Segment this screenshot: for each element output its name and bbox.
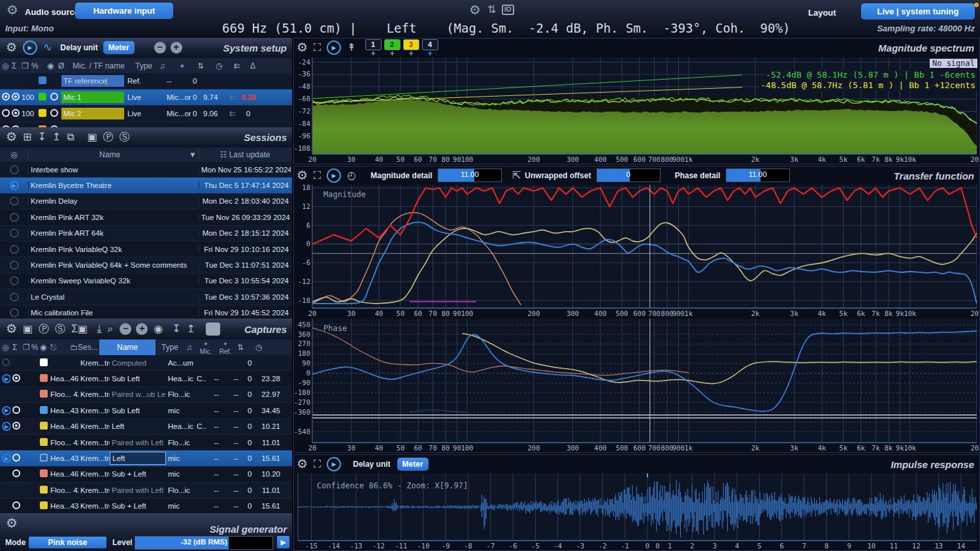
level-slider[interactable]: -32 (dB RMS) [135,536,273,550]
generator-wave-icon[interactable]: ∿ [43,42,52,54]
capture-row[interactable]: Floo... 426Krem...trePaired with LeftFlo… [0,435,292,450]
tf-phase-chart[interactable]: 2030405060708090100200300400500600700800… [294,318,979,452]
session-eye-cell[interactable]: ▶ [0,181,28,190]
capture-color-swatch[interactable] [40,486,48,494]
capture-add-button[interactable]: + [136,323,148,335]
spectrum-trace-add-1[interactable]: + [365,50,382,57]
pink-noise-mode-button[interactable]: Pink noise [29,537,106,548]
timer-s-icon[interactable]: Ⓢ [120,131,130,143]
system-setup-row[interactable]: 100Mic 1LiveMic...or09.74⇇0.38 [0,89,292,106]
captures-sum-icon[interactable]: Σ [10,343,21,352]
session-row[interactable]: Kremlin DelayMon Dec 2 18:03:40 2024 [0,194,292,210]
capture-color-swatch[interactable] [40,422,48,430]
captures-name-header[interactable]: Name [99,339,155,355]
captures-mic-icon[interactable]: ⎋ [48,343,68,352]
captures-percent-icon[interactable]: % [29,343,38,352]
session-row[interactable]: ▶Kremlin Bycetre TheatreThu Dec 5 17:47:… [0,178,292,193]
captures-gain-icon[interactable]: ⇅ [235,343,246,352]
stop-button[interactable] [206,323,220,336]
sum-icon[interactable]: Σ [10,61,20,71]
capture-color-swatch[interactable] [40,501,48,509]
session-eye-cell[interactable] [0,276,28,285]
audio-settings-gear-icon[interactable]: ⚙ [7,3,18,16]
duplicate-session-icon[interactable]: ⧉ [67,131,74,143]
captures-session-header[interactable]: 🗀Ses... [68,343,99,352]
capture-color-swatch[interactable] [40,438,48,446]
spectrum-trace-add-3[interactable]: + [403,50,419,57]
capture-row[interactable]: Hea...467Krem...treSub + Leftmic----010.… [0,467,292,482]
capture-play-icon[interactable]: ▶ [2,406,10,415]
hardware-input-button[interactable]: Hardware input [75,3,173,19]
percent-icon[interactable]: % [29,61,45,71]
session-eye-cell[interactable] [0,165,28,174]
capture-color-swatch[interactable] [40,358,48,366]
type-header[interactable]: Type [130,61,157,71]
sessions-name-header[interactable]: Name ▼ [28,150,199,159]
captures-gear-icon[interactable]: ⚙ [6,323,17,335]
capture-row[interactable]: ▶Hea...431Krem...treSub Leftmic----034.4… [0,403,292,418]
mute-radio[interactable] [2,93,10,101]
session-row[interactable]: Le CrystalTue Dec 3 10:57:36 2024 [0,289,292,305]
system-live-icon[interactable]: ▶ [23,40,37,55]
trace-color-swatch[interactable] [39,93,46,101]
magspec-fullscreen-icon[interactable]: ⛶ [314,42,321,54]
capture-solo-radio[interactable] [12,422,20,430]
session-eye-cell[interactable] [0,292,28,302]
timer-p-icon[interactable]: Ⓟ [103,131,114,143]
capture-color-swatch[interactable] [40,374,48,382]
mic-pair-icon[interactable]: ♫ [157,61,169,71]
ir-live-icon[interactable]: ▶ [327,457,341,471]
session-eye-cell[interactable] [0,260,28,270]
tf-gear-icon[interactable]: ⚙ [297,170,308,181]
capture-solo-radio[interactable] [12,374,20,382]
spectrum-trace-button-3[interactable]: 3 [403,39,419,50]
capture-solo-radio[interactable] [12,406,20,414]
remove-row-button[interactable]: − [154,42,166,54]
sessions-last-update-header[interactable]: ☷ Last update [199,150,291,159]
tf-live-icon[interactable]: ▶ [327,168,341,183]
solo-radio[interactable] [12,109,20,117]
capture-solo-radio[interactable] [12,469,20,477]
phase-detail-slider[interactable]: 11.00 [726,168,790,182]
new-session-icon[interactable]: ⊞ [23,131,31,143]
session-eye-cell[interactable] [0,245,28,254]
export-capture-icon[interactable]: ⤓ [97,323,101,335]
zoom-capture-icon[interactable]: ⌕ [107,323,113,335]
capture-sum-icon[interactable]: Σ▣ [71,323,88,335]
delay-lock-icon[interactable]: ⇇ [232,61,244,71]
capture-row[interactable]: ▶Hea...467Krem...treSub LeftHea...icC...… [0,371,292,386]
capture-color-swatch[interactable] [40,454,48,462]
tf-fullscreen-icon[interactable]: ⛶ [314,170,321,181]
capture-color-swatch[interactable] [40,469,48,477]
captures-eye-icon[interactable]: ◎ [0,343,10,352]
delay-clock-icon[interactable]: ◷ [206,61,232,71]
captures-layers-icon[interactable]: ❐ [21,343,29,352]
color-bucket-icon[interactable]: ◉ [45,61,56,71]
capture-row[interactable]: Floo... 426Krem...trePaired w...ub LeftF… [0,387,292,403]
captures-mic-target-icon[interactable]: ⌖Mic. [196,340,216,355]
session-row[interactable]: Kremlin Pink VariableQ 32kFri Nov 29 10:… [0,242,292,257]
magnitude-detail-slider[interactable]: 11.00 [438,168,502,182]
import-session-icon[interactable]: ↧ [37,131,46,143]
unwrap-icon[interactable]: ⇱ [512,170,521,181]
capture-solo-radio[interactable] [12,454,20,462]
tf-magnitude-chart[interactable]: 2030405060708090100200300400500600700800… [294,184,979,318]
capture-play-icon[interactable]: ▶ [2,454,10,463]
session-row[interactable]: Interbee showMon Nov 25 16:55:22 2024 [0,162,292,178]
source-target-icon[interactable]: ⌖ [169,61,195,71]
io-routing-icon[interactable]: IO [502,5,514,15]
session-eye-cell[interactable] [0,308,28,317]
solo-radio[interactable] [12,93,20,101]
captures-ref-target-icon[interactable]: ⌖Ref. [216,340,235,355]
add-row-button[interactable]: + [171,42,182,54]
polarity-toggle[interactable] [50,109,58,117]
trace-color-swatch[interactable] [39,76,46,84]
capture-timer-p-icon[interactable]: Ⓟ [39,323,49,335]
captures-pair-icon[interactable]: ♫ [184,343,196,352]
captures-type-header[interactable]: Type [155,343,184,352]
system-setup-row[interactable]: 100Mic 2LiveMic...or09.06⇇0 [0,106,292,122]
session-row[interactable]: Kremlin Pink ART 32kTue Nov 26 09:33:29 … [0,210,292,225]
spectrum-trace-add-2[interactable]: + [384,50,400,57]
capture-camera-icon[interactable]: ▣ [23,323,33,335]
capture-row[interactable]: Krem...treComputedAc...um0 [0,355,292,371]
